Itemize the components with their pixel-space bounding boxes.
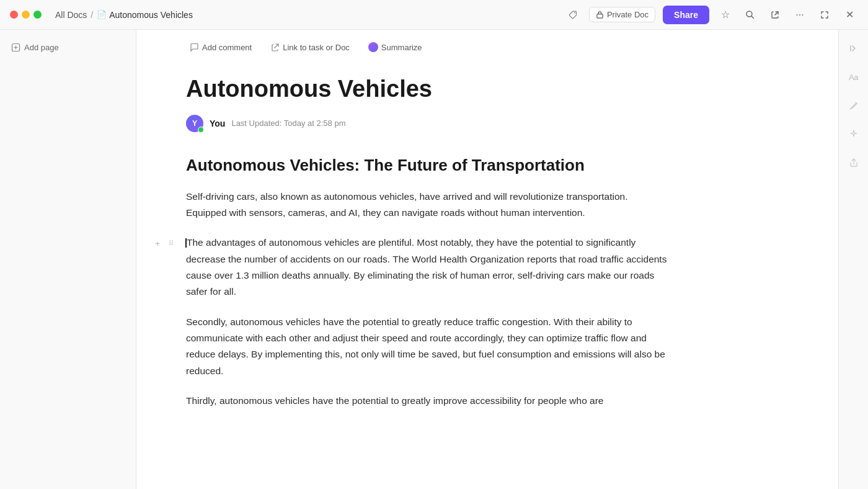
font-size-icon[interactable]: Aa [845,68,862,86]
left-sidebar: Add page [0,30,136,489]
doc-author: You [210,119,225,128]
link-to-task-button[interactable]: Link to task or Doc [267,40,353,55]
share-button[interactable]: Share [663,6,709,24]
private-doc-badge[interactable]: Private Doc [589,7,655,22]
paragraph-3[interactable]: Secondly, autonomous vehicles have the p… [186,314,670,379]
add-comment-label: Add comment [202,43,252,52]
doc-content: Autonomous Vehicles Y You Last Updated: … [186,63,670,447]
breadcrumb-separator: / [91,10,93,20]
summarize-button[interactable]: Summarize [365,40,426,55]
current-doc-breadcrumb: 📄 Autonomous Vehicles [97,10,193,20]
all-docs-link[interactable]: All Docs [55,10,87,20]
paragraph-block-3: Secondly, autonomous vehicles have the p… [186,314,670,379]
maximize-window-button[interactable] [33,11,42,19]
content-area: Add comment Link to task or Doc Summariz… [136,30,838,489]
add-page-button[interactable]: Add page [7,40,128,55]
fullscreen-icon[interactable] [816,6,833,24]
summarize-icon [368,42,378,52]
paragraph-1[interactable]: Self-driving cars, also known as autonom… [186,189,670,222]
collapse-right-icon[interactable] [845,40,862,57]
toolbar-strip: Add comment Link to task or Doc Summariz… [186,30,789,63]
paragraph-block-2: + ⠿ The advantages of autonomous vehicle… [186,235,670,300]
more-options-icon[interactable]: ··· [791,6,808,24]
doc-meta: Y You Last Updated: Today at 2:58 pm [186,115,670,132]
block-controls: + ⠿ [151,237,177,249]
add-page-label: Add page [24,43,59,52]
doc-heading[interactable]: Autonomous Vehicles: The Future of Trans… [186,155,670,176]
svg-rect-1 [597,14,603,19]
right-sidebar: Aa [838,30,868,489]
paragraph-4[interactable]: Thirdly, autonomous vehicles have the po… [186,393,670,409]
paragraph-2[interactable]: The advantages of autonomous vehicles ar… [186,235,670,300]
drag-handle[interactable]: ⠿ [165,237,177,249]
titlebar: All Docs / 📄 Autonomous Vehicles Private… [0,0,868,30]
summarize-label: Summarize [381,43,422,52]
share-right-icon[interactable] [845,154,862,171]
titlebar-right: Private Doc Share ☆ ··· ✕ [564,6,858,24]
paragraph-block-1: Self-driving cars, also known as autonom… [186,189,670,222]
link-task-label: Link to task or Doc [283,43,350,52]
edit-icon[interactable] [845,97,862,114]
online-badge [198,127,204,133]
breadcrumb: All Docs / 📄 Autonomous Vehicles [55,10,193,20]
private-doc-label: Private Doc [607,10,649,19]
close-window-button[interactable] [10,11,18,19]
traffic-lights [10,11,42,19]
tag-icon[interactable] [564,6,582,24]
doc-last-updated: Last Updated: Today at 2:58 pm [231,119,345,128]
doc-title[interactable]: Autonomous Vehicles [186,75,670,104]
export-icon[interactable] [766,6,784,24]
document-icon: 📄 [97,10,107,19]
add-comment-button[interactable]: Add comment [186,40,255,55]
search-icon[interactable] [742,6,759,24]
minimize-window-button[interactable] [22,11,30,19]
main-layout: Add page Add comment Link to task or Doc… [0,30,868,489]
star-icon[interactable]: ☆ [717,6,734,24]
svg-point-0 [574,12,575,13]
paragraph-block-4: Thirdly, autonomous vehicles have the po… [186,393,670,409]
avatar: Y [186,115,203,132]
titlebar-left: All Docs / 📄 Autonomous Vehicles [10,10,193,20]
add-block-button[interactable]: + [151,237,164,249]
sparkles-icon[interactable] [845,125,862,143]
close-icon[interactable]: ✕ [841,6,858,24]
